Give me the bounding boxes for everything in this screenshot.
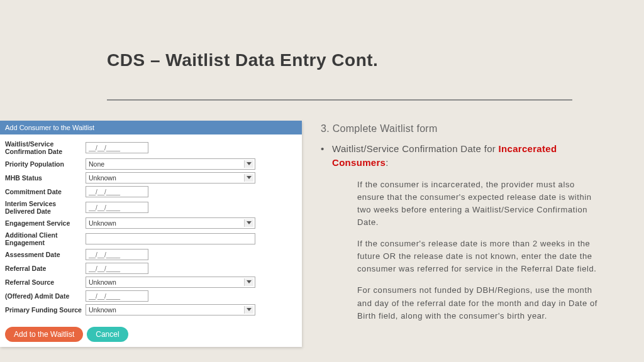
label-admit: (Offered) Admit Date	[5, 292, 86, 300]
label-funding: Primary Funding Source	[5, 306, 86, 314]
label-assessment: Assessment Date	[5, 251, 86, 258]
select-engagement-value: Unknown	[89, 219, 116, 227]
select-mhb-value: Unknown	[89, 174, 116, 182]
label-referral-date: Referral Date	[5, 265, 86, 272]
row-waitlist-date: Waitlist/Service Confirmation Date	[5, 138, 297, 157]
select-referral-source-value: Unknown	[89, 278, 116, 286]
instructions-panel: 3. Complete Waitlist form Waitlist/Servi…	[321, 123, 604, 322]
select-engagement[interactable]: Unknown	[86, 217, 255, 229]
select-referral-source[interactable]: Unknown	[86, 277, 255, 288]
form-button-row: Add to the Waitlist Cancel	[0, 323, 302, 347]
waitlist-form-panel: Add Consumer to the Waitlist Waitlist/Se…	[0, 121, 302, 347]
cancel-button[interactable]: Cancel	[87, 327, 128, 342]
add-to-waitlist-button[interactable]: Add to the Waitlist	[5, 327, 83, 342]
row-funding: Primary Funding Source Unknown	[5, 303, 297, 317]
input-waitlist-date[interactable]	[86, 142, 148, 153]
input-commitment[interactable]	[86, 186, 148, 197]
bullet-incarcerated: Waitlist/Service Confirmation Date for I…	[321, 142, 604, 170]
label-referral-source: Referral Source	[5, 278, 86, 286]
label-additional: Additional Client Engagement	[5, 231, 86, 246]
input-admit[interactable]	[86, 290, 148, 302]
select-mhb[interactable]: Unknown	[86, 172, 255, 184]
row-referral-source: Referral Source Unknown	[5, 275, 297, 289]
step-number: 3. Complete Waitlist form	[321, 123, 604, 134]
label-priority: Priority Population	[5, 160, 86, 168]
row-commitment: Commitment Date	[5, 185, 297, 199]
label-waitlist-date: Waitlist/Service Confirmation Date	[5, 140, 86, 155]
input-referral-date[interactable]	[86, 263, 148, 274]
label-commitment: Commitment Date	[5, 188, 86, 195]
input-interim[interactable]	[86, 202, 148, 213]
label-engagement: Engagement Service	[5, 219, 86, 227]
chevron-down-icon	[247, 162, 252, 165]
select-funding[interactable]: Unknown	[86, 304, 255, 315]
row-engagement: Engagement Service Unknown	[5, 216, 297, 230]
paragraph-1: If the consumer is incarcerated, the pro…	[321, 178, 604, 229]
page-title: CDS – Waitlist Data Entry Cont.	[107, 50, 378, 70]
input-assessment[interactable]	[86, 249, 148, 260]
paragraph-2: If the consumer's release date is more t…	[321, 238, 604, 275]
form-body: Waitlist/Service Confirmation Date Prior…	[0, 134, 302, 323]
form-header: Add Consumer to the Waitlist	[0, 121, 302, 134]
paragraph-3: For consumers not funded by DBH/Regions,…	[321, 284, 604, 322]
chevron-down-icon	[247, 176, 252, 179]
row-interim: Interim Services Delivered Date	[5, 199, 297, 216]
chevron-down-icon	[247, 221, 252, 224]
horizontal-rule	[107, 99, 572, 101]
chevron-down-icon	[247, 308, 252, 311]
row-additional: Additional Client Engagement	[5, 230, 297, 248]
bullet-lead: Waitlist/Service Confirmation Date for	[332, 143, 499, 154]
row-referral-date: Referral Date	[5, 261, 297, 275]
bullet-tail: :	[386, 157, 388, 168]
select-priority[interactable]: None	[86, 158, 255, 170]
row-assessment: Assessment Date	[5, 248, 297, 261]
select-funding-value: Unknown	[89, 306, 116, 314]
chevron-down-icon	[247, 280, 252, 283]
row-mhb: MHB Status Unknown	[5, 171, 297, 185]
row-priority: Priority Population None	[5, 157, 297, 171]
label-mhb: MHB Status	[5, 174, 86, 182]
input-additional-engagement[interactable]	[86, 233, 255, 244]
label-interim: Interim Services Delivered Date	[5, 200, 86, 215]
select-priority-value: None	[89, 160, 104, 168]
row-admit: (Offered) Admit Date	[5, 289, 297, 303]
